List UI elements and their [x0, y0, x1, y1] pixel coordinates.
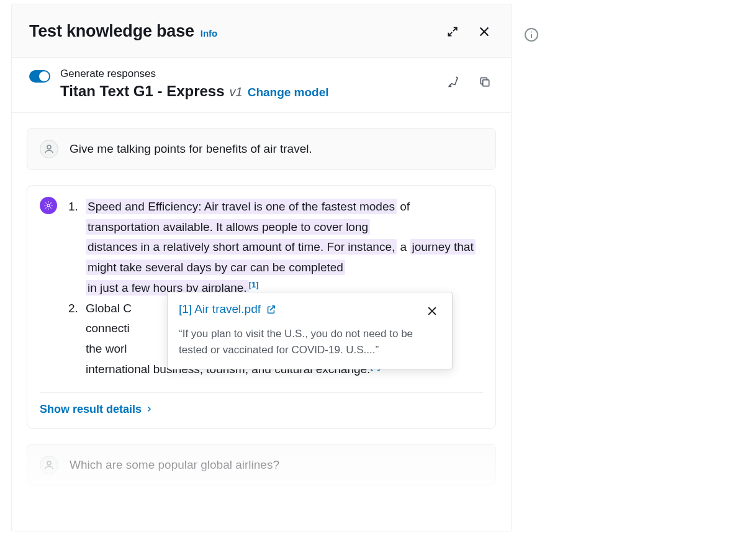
generate-responses-toggle[interactable]	[29, 70, 50, 83]
user-avatar-icon	[40, 140, 58, 158]
info-icon[interactable]	[524, 27, 539, 45]
popover-close-icon[interactable]	[423, 302, 441, 320]
citation-1[interactable]: [1]	[249, 280, 259, 289]
svg-rect-5	[483, 80, 489, 86]
user-message-text: Give me talking points for benefits of a…	[70, 142, 312, 156]
test-kb-panel: Test knowledge base Info	[11, 4, 512, 531]
info-link[interactable]: Info	[201, 28, 218, 38]
divider	[40, 392, 483, 393]
user-avatar-icon	[40, 456, 58, 474]
svg-point-7	[47, 204, 50, 207]
user-message-text: Which are some popular global airlines?	[70, 458, 279, 472]
user-message: Which are some popular global airlines?	[27, 444, 496, 486]
model-row: Generate responses Titan Text G1 - Expre…	[12, 58, 511, 113]
assistant-message: 1. Speed and Efficiency: Air travel is o…	[27, 185, 496, 429]
user-message: Give me talking points for benefits of a…	[27, 128, 496, 170]
chat-area: Give me talking points for benefits of a…	[12, 113, 511, 486]
svg-point-10	[47, 461, 51, 465]
clear-icon[interactable]	[444, 73, 463, 91]
citation-source-link[interactable]: [1] Air travel.pdf	[179, 302, 276, 316]
list-item: 1. Speed and Efficiency: Air travel is o…	[68, 197, 483, 299]
panel-title: Test knowledge base	[29, 22, 194, 41]
model-name: Titan Text G1 - Express	[60, 83, 225, 100]
external-link-icon	[266, 304, 276, 315]
citation-popover: [1] Air travel.pdf “If you pl	[167, 292, 453, 369]
model-version: v1	[230, 85, 243, 99]
panel-header: Test knowledge base Info	[12, 4, 511, 58]
svg-point-6	[47, 145, 51, 149]
close-icon[interactable]	[475, 22, 494, 41]
expand-icon[interactable]	[444, 23, 461, 40]
chevron-right-icon	[145, 405, 153, 413]
show-result-details[interactable]: Show result details	[40, 403, 153, 416]
change-model-link[interactable]: Change model	[248, 86, 329, 99]
assistant-avatar-icon	[40, 197, 57, 214]
copy-icon[interactable]	[476, 73, 494, 91]
svg-point-2	[531, 32, 532, 33]
generate-responses-label: Generate responses	[60, 68, 329, 80]
citation-snippet: “If you plan to visit the U.S., you do n…	[179, 326, 441, 358]
